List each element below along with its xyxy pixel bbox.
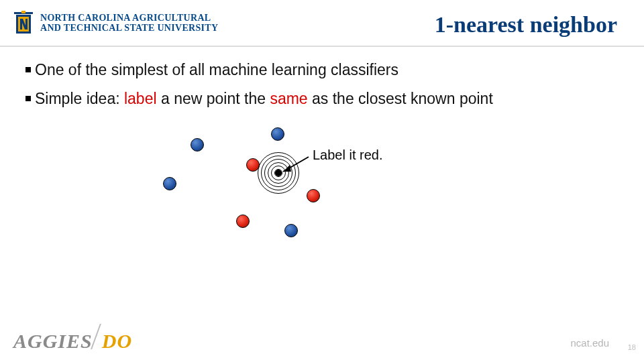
slide-title: 1-nearest neighbor — [435, 12, 617, 38]
slash-icon — [91, 325, 103, 348]
bullet-1-text: One of the simplest of all machine learn… — [35, 60, 398, 80]
bullet-2-label: label — [124, 90, 157, 107]
page-number: 18 — [628, 343, 636, 351]
red-point — [307, 189, 320, 202]
diagram-label: Label it red. — [313, 147, 383, 163]
svg-rect-3 — [21, 11, 25, 13]
bullet-icon — [25, 67, 31, 72]
arrow-icon — [275, 153, 315, 180]
university-logo: NORTH CAROLINA AGRICULTURAL AND TECHNICA… — [12, 11, 218, 36]
blue-point — [191, 138, 204, 152]
aggies-grey: AGGIES — [13, 330, 93, 352]
bullet-1: One of the simplest of all machine learn… — [25, 60, 617, 80]
university-line1: NORTH CAROLINA AGRICULTURAL — [40, 13, 218, 23]
header: NORTH CAROLINA AGRICULTURAL AND TECHNICA… — [0, 0, 644, 46]
svg-marker-5 — [283, 165, 291, 172]
logo-mark-icon — [12, 11, 35, 36]
content: One of the simplest of all machine learn… — [25, 60, 617, 119]
blue-point — [284, 224, 298, 237]
red-point — [236, 215, 250, 228]
bullet-2-same: same — [270, 90, 307, 107]
university-line2: AND TECHNICAL STATE UNIVERSITY — [40, 23, 218, 34]
blue-point — [163, 177, 176, 190]
aggies-gold: DO — [102, 330, 132, 352]
header-divider — [0, 46, 644, 47]
bullet-2-text: Simple idea: label a new point the same … — [35, 89, 493, 109]
knn-diagram: Label it red. — [168, 113, 449, 267]
footer-url: ncat.edu — [570, 337, 609, 349]
bullet-icon — [25, 96, 31, 101]
blue-point — [271, 127, 284, 141]
slide: NORTH CAROLINA AGRICULTURAL AND TECHNICA… — [0, 0, 644, 362]
footer-brand: AGGIESDO — [13, 325, 132, 353]
university-name: NORTH CAROLINA AGRICULTURAL AND TECHNICA… — [40, 13, 218, 33]
bullet-2: Simple idea: label a new point the same … — [25, 89, 617, 109]
aggies-wordmark: AGGIESDO — [13, 325, 132, 353]
